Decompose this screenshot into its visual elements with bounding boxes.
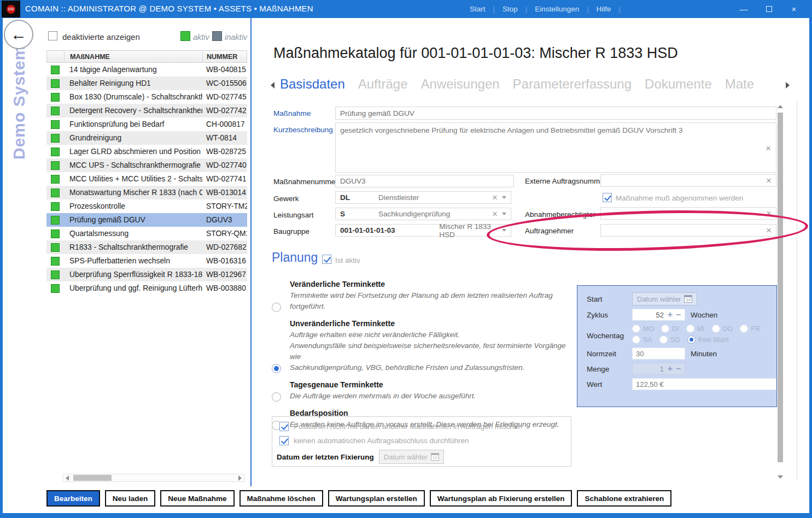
list-horizontal-scrollbar[interactable] (63, 474, 244, 482)
tab-mate[interactable]: Mate (725, 76, 754, 92)
terminkette-radio-tagesgenaue-terminkette[interactable] (272, 392, 281, 402)
menu-einstellungen[interactable]: Einstellungen (535, 5, 579, 13)
scroll-right-icon[interactable] (238, 475, 242, 481)
menu-start[interactable]: Start (470, 5, 486, 13)
list-item[interactable]: QuartalsmessungSTORY-QM1 (46, 227, 247, 240)
leistungsart-text: Sachkundigenprüfung (378, 210, 450, 218)
no-mix-checkbox[interactable] (279, 422, 289, 431)
menu-stop[interactable]: Stop (503, 5, 518, 13)
baugruppe-combobox[interactable]: 001-01-01-01-03 Mischer R 1833 HSD (335, 224, 511, 237)
measure-name: Funktionsprüfung bei Bedarf (64, 120, 202, 128)
normzeit-value: 30 (636, 350, 644, 358)
list-item[interactable]: MCC UPS - SchaltschrankthermografieWD-02… (46, 158, 247, 172)
terminkette-radio-ver-nderliche-terminkette[interactable] (272, 303, 281, 312)
start-date-picker-button[interactable]: Datum wähler 14 (632, 292, 697, 305)
minus-icon[interactable]: − (674, 310, 682, 320)
weekday-radio-fr[interactable] (740, 325, 748, 333)
list-item[interactable]: MCC Utilities + MCC Utilities 2 - Schalt… (46, 172, 247, 186)
clear-icon[interactable]: × (766, 176, 772, 185)
weekday-radio-do[interactable] (712, 325, 720, 333)
list-item[interactable]: Überprüfung und ggf. Reinigung Lüfterhau… (46, 281, 247, 295)
fixierung-date-picker-button[interactable]: Datum wähler 14 (379, 450, 444, 464)
leistungsart-combobox[interactable]: S Sachkundigenprüfung × (335, 208, 511, 220)
calendar-icon: 14 (431, 453, 439, 461)
list-item[interactable]: ProzesskontrolleSTORY-TM2 (46, 199, 247, 213)
gewerk-combobox[interactable]: DL Dienstleister × (335, 191, 511, 204)
minus-icon[interactable]: − (674, 364, 682, 374)
list-item[interactable]: Monatswartung Mischer R 1833 (nach Check… (46, 186, 247, 199)
weekday-radio-mo[interactable] (632, 325, 640, 333)
ist-aktiv-checkbox[interactable] (322, 255, 331, 264)
zyklus-unit: Wochen (691, 311, 717, 319)
scrollbar-thumb[interactable] (778, 113, 783, 462)
kurzbeschreibung-textarea[interactable]: gesetzlich vorgeschriebene Prüfung für e… (335, 122, 776, 173)
list-item[interactable]: Box 1830 (Drumscale) - Schaltschrankther… (46, 90, 247, 104)
list-item[interactable]: Detergent Recovery - Schaltschrankthermo… (46, 104, 247, 117)
clear-icon[interactable]: × (492, 209, 498, 219)
minimize-button[interactable]: — (731, 0, 756, 18)
scroll-up-icon[interactable] (778, 105, 783, 108)
list-item[interactable]: 14 tägige AnlagenwartungWB-040815 (46, 63, 247, 76)
chevron-down-icon[interactable] (502, 213, 506, 215)
no-auto-close-checkbox[interactable] (279, 436, 289, 445)
weekday-radio-di[interactable] (661, 325, 669, 333)
wartungsplan-erstellen-button[interactable]: Wartungsplan erstellen (328, 490, 425, 507)
menu-hilfe[interactable]: Hilfe (597, 5, 611, 13)
list-item[interactable]: Lager GLRD abschmieren und Position über… (46, 145, 247, 158)
ma-nahme-l-schen-button[interactable]: Maßnahme löschen (239, 490, 323, 507)
back-button[interactable]: ← (4, 20, 33, 49)
terminkette-option: Unveränderliche TerminketteAufträge erha… (272, 319, 578, 373)
scroll-down-icon[interactable] (778, 475, 783, 479)
terminkette-radio-unver-nderliche-terminkette[interactable] (272, 364, 281, 373)
tab-parametererfassung[interactable]: Parametererfassung (513, 76, 632, 92)
plus-icon[interactable]: + (666, 310, 674, 320)
close-button[interactable]: × (781, 0, 807, 18)
schablone-extrahieren-button[interactable]: Schablone extrahieren (577, 490, 671, 507)
chevron-down-icon[interactable] (502, 229, 506, 232)
auftragnehmer-input[interactable]: × (600, 224, 776, 237)
weekday-radio-so[interactable] (659, 335, 668, 344)
main-vertical-scrollbar[interactable] (777, 104, 784, 480)
clear-icon[interactable]: × (766, 226, 772, 235)
list-item[interactable]: Behälter Reinigung HD1WC-015506 (46, 76, 247, 90)
list-item[interactable]: SPS-Pufferbatterien wechselnWB-016316 (46, 254, 247, 268)
list-item[interactable]: Überprüfung Sperrflüssigkeit R 1833-1839… (46, 268, 247, 281)
massnahme-input[interactable]: Prüfung gemäß DGUV (335, 107, 776, 120)
weekday-radio-sa[interactable] (632, 335, 640, 344)
tab-auftr-ge[interactable]: Aufträge (358, 76, 408, 92)
externe-auftragsnummer-input[interactable]: × (600, 174, 776, 187)
abnahmeberechtigter-input[interactable]: × (600, 207, 776, 220)
list-item[interactable]: Funktionsprüfung bei BedarfCH-000817 (46, 117, 247, 131)
neu-laden-button[interactable]: Neu laden (105, 490, 156, 507)
tab-dokumente[interactable]: Dokumente (645, 76, 712, 92)
maximize-button[interactable] (756, 0, 781, 18)
show-deactivated-checkbox[interactable] (48, 31, 57, 40)
list-item[interactable]: R1833 - SchaltschrankthermografieWD-0276… (46, 240, 247, 254)
scroll-left-icon[interactable] (66, 475, 69, 481)
wert-input[interactable]: 122,50 € (632, 378, 776, 390)
list-item[interactable]: Prüfung gemäß DGUVDGUV3 (46, 213, 247, 227)
tabs-scroll-right-icon[interactable] (786, 82, 790, 89)
tab-basisdaten[interactable]: Basisdaten (280, 76, 345, 92)
clear-icon[interactable]: × (492, 193, 498, 202)
clear-icon[interactable]: × (766, 144, 771, 153)
neue-ma-nahme-button[interactable]: Neue Maßnahme (160, 490, 234, 507)
tab-anweisungen[interactable]: Anweisungen (420, 76, 499, 92)
normzeit-input[interactable]: 30 (632, 348, 685, 360)
menge-stepper[interactable]: 1 + − (632, 363, 685, 375)
abnahme-checkbox[interactable] (603, 193, 612, 202)
clear-icon[interactable]: × (766, 209, 772, 218)
list-item[interactable]: GrundreinigungWT-0814 (46, 131, 247, 145)
list-header-number[interactable]: NUMMER (203, 51, 247, 62)
plus-icon[interactable]: + (666, 364, 674, 374)
wartungsplan-ab-fixierung-erstellen-button[interactable]: Wartungsplan ab Fixierung erstellen (430, 490, 573, 507)
weekday-radio-mi[interactable] (686, 325, 694, 333)
massnahmenummer-input[interactable]: DGUV3 (335, 175, 514, 187)
bearbeiten-button[interactable]: Bearbeiten (46, 490, 100, 507)
tabs-scroll-left-icon[interactable] (271, 82, 274, 89)
weekday-radio-freie-wahl[interactable] (687, 335, 696, 344)
zyklus-stepper[interactable]: 52 + − (632, 309, 685, 321)
list-header-measure[interactable]: MAßNAHME (65, 51, 203, 62)
chevron-down-icon[interactable] (502, 196, 506, 199)
scrollbar-thumb[interactable] (73, 475, 112, 481)
